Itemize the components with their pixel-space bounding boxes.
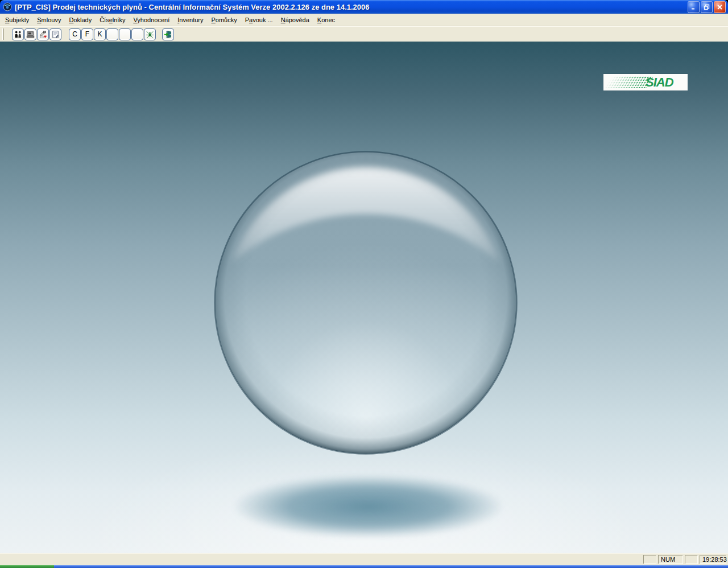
sphere-shadow xyxy=(235,475,502,538)
subjects-button[interactable] xyxy=(12,28,24,40)
wallpaper: SIAD xyxy=(0,42,728,553)
menu-item-inventury[interactable]: Inventury xyxy=(174,15,206,25)
siad-logo: SIAD xyxy=(603,74,688,90)
status-num-indicator: NUM xyxy=(658,555,683,564)
document-icon xyxy=(51,30,60,39)
register-icon xyxy=(26,30,35,39)
menu-bar: SubjektySmlouvyDokladyČíselníkyVyhodnoce… xyxy=(0,14,728,26)
toolbar-f-button[interactable]: F xyxy=(81,28,93,40)
taskbar-strip xyxy=(54,565,728,568)
subjects-icon xyxy=(14,30,22,39)
stamp-icon xyxy=(39,30,47,39)
spider-button[interactable] xyxy=(144,28,156,40)
status-clock: 19:28:53 xyxy=(700,555,726,564)
register-button[interactable] xyxy=(24,28,36,40)
menu-item-vyhodnoceni[interactable]: Vyhodnocení xyxy=(130,15,173,25)
status-panel-2 xyxy=(685,555,698,564)
menu-item-subjekty[interactable]: Subjekty xyxy=(2,15,32,25)
stamp-button[interactable] xyxy=(37,28,49,40)
toolbar-empty-button-2[interactable] xyxy=(119,28,131,40)
document-button[interactable] xyxy=(49,28,61,40)
title-bar: [PTP_CIS] Prodej technických plynů - Cen… xyxy=(0,0,728,14)
toolbar-k-button[interactable]: K xyxy=(94,28,106,40)
menu-item-napoveda[interactable]: Nápověda xyxy=(278,15,313,25)
start-button-sliver[interactable] xyxy=(0,565,54,568)
window-title: [PTP_CIS] Prodej technických plynů - Cen… xyxy=(15,3,686,11)
toolbar-empty-button-1[interactable] xyxy=(106,28,118,40)
spider-icon xyxy=(146,30,154,39)
toolbar-c-button[interactable]: C xyxy=(69,28,81,40)
close-icon[interactable] xyxy=(714,1,726,13)
app-window: [PTP_CIS] Prodej technických plynů - Cen… xyxy=(0,0,728,568)
toolbar-empty-button-3[interactable] xyxy=(131,28,143,40)
minimize-button[interactable] xyxy=(688,1,700,13)
eye-icon xyxy=(3,2,12,11)
toolbar-grip[interactable] xyxy=(2,28,4,40)
menu-item-pomucky[interactable]: Pomůcky xyxy=(208,15,240,25)
menu-item-pavouk[interactable]: Pavouk ... xyxy=(242,15,276,25)
glass-sphere-image xyxy=(213,150,519,456)
status-panel-1 xyxy=(643,555,656,564)
menu-item-konec[interactable]: Konec xyxy=(314,15,338,25)
menu-item-ciselniky[interactable]: Číselníky xyxy=(96,15,129,25)
status-bar: NUM 19:28:53 xyxy=(0,553,728,565)
menu-item-doklady[interactable]: Doklady xyxy=(65,15,95,25)
exit-door-icon xyxy=(164,30,172,39)
taskbar-sliver xyxy=(0,565,728,568)
restore-button[interactable] xyxy=(701,1,713,13)
exit-button[interactable] xyxy=(162,28,174,40)
toolbar: C F K xyxy=(0,26,728,42)
siad-halftone-pattern xyxy=(605,76,653,88)
menu-item-smlouvy[interactable]: Smlouvy xyxy=(34,15,64,25)
toolbar-empty-group xyxy=(106,28,144,40)
